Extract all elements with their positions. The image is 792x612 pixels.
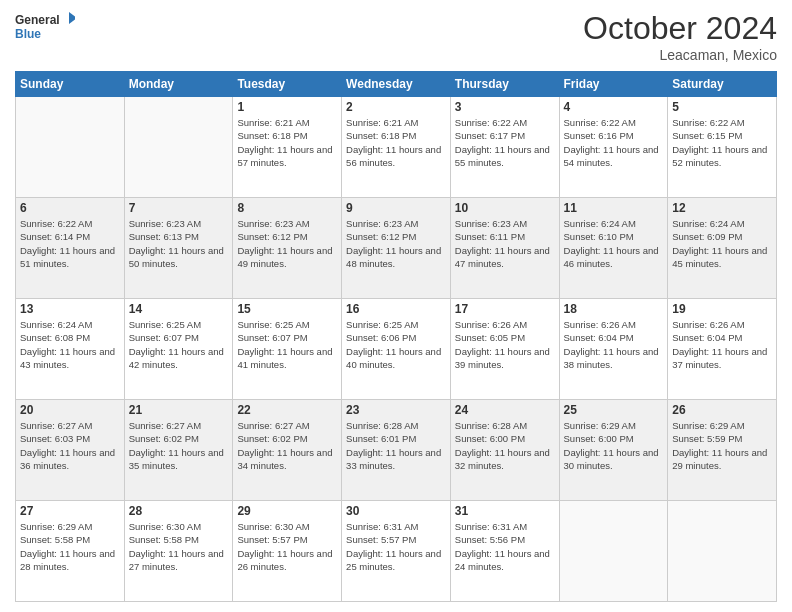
day-info: Sunrise: 6:29 AMSunset: 5:58 PMDaylight:… <box>20 520 120 573</box>
calendar-table: SundayMondayTuesdayWednesdayThursdayFrid… <box>15 71 777 602</box>
day-number: 8 <box>237 201 337 215</box>
calendar-cell <box>668 501 777 602</box>
day-number: 29 <box>237 504 337 518</box>
day-info: Sunrise: 6:25 AMSunset: 6:07 PMDaylight:… <box>237 318 337 371</box>
day-info: Sunrise: 6:29 AMSunset: 5:59 PMDaylight:… <box>672 419 772 472</box>
logo: General Blue <box>15 10 75 45</box>
calendar-week-row: 20Sunrise: 6:27 AMSunset: 6:03 PMDayligh… <box>16 400 777 501</box>
day-number: 3 <box>455 100 555 114</box>
day-header-sunday: Sunday <box>16 72 125 97</box>
day-header-thursday: Thursday <box>450 72 559 97</box>
calendar-cell: 24Sunrise: 6:28 AMSunset: 6:00 PMDayligh… <box>450 400 559 501</box>
day-info: Sunrise: 6:24 AMSunset: 6:09 PMDaylight:… <box>672 217 772 270</box>
day-info: Sunrise: 6:30 AMSunset: 5:57 PMDaylight:… <box>237 520 337 573</box>
calendar-cell: 4Sunrise: 6:22 AMSunset: 6:16 PMDaylight… <box>559 97 668 198</box>
calendar-week-row: 13Sunrise: 6:24 AMSunset: 6:08 PMDayligh… <box>16 299 777 400</box>
calendar-cell: 1Sunrise: 6:21 AMSunset: 6:18 PMDaylight… <box>233 97 342 198</box>
calendar-cell: 6Sunrise: 6:22 AMSunset: 6:14 PMDaylight… <box>16 198 125 299</box>
day-number: 22 <box>237 403 337 417</box>
day-number: 7 <box>129 201 229 215</box>
calendar-cell: 21Sunrise: 6:27 AMSunset: 6:02 PMDayligh… <box>124 400 233 501</box>
day-number: 28 <box>129 504 229 518</box>
calendar-cell: 19Sunrise: 6:26 AMSunset: 6:04 PMDayligh… <box>668 299 777 400</box>
calendar-cell: 20Sunrise: 6:27 AMSunset: 6:03 PMDayligh… <box>16 400 125 501</box>
calendar-cell: 10Sunrise: 6:23 AMSunset: 6:11 PMDayligh… <box>450 198 559 299</box>
day-info: Sunrise: 6:22 AMSunset: 6:15 PMDaylight:… <box>672 116 772 169</box>
day-number: 11 <box>564 201 664 215</box>
day-info: Sunrise: 6:22 AMSunset: 6:17 PMDaylight:… <box>455 116 555 169</box>
day-number: 9 <box>346 201 446 215</box>
calendar-cell: 28Sunrise: 6:30 AMSunset: 5:58 PMDayligh… <box>124 501 233 602</box>
day-info: Sunrise: 6:23 AMSunset: 6:12 PMDaylight:… <box>346 217 446 270</box>
day-number: 4 <box>564 100 664 114</box>
day-info: Sunrise: 6:27 AMSunset: 6:02 PMDaylight:… <box>237 419 337 472</box>
day-header-friday: Friday <box>559 72 668 97</box>
day-number: 14 <box>129 302 229 316</box>
day-info: Sunrise: 6:30 AMSunset: 5:58 PMDaylight:… <box>129 520 229 573</box>
day-info: Sunrise: 6:26 AMSunset: 6:05 PMDaylight:… <box>455 318 555 371</box>
day-number: 17 <box>455 302 555 316</box>
calendar-cell <box>124 97 233 198</box>
calendar-week-row: 6Sunrise: 6:22 AMSunset: 6:14 PMDaylight… <box>16 198 777 299</box>
calendar-cell: 22Sunrise: 6:27 AMSunset: 6:02 PMDayligh… <box>233 400 342 501</box>
day-info: Sunrise: 6:26 AMSunset: 6:04 PMDaylight:… <box>672 318 772 371</box>
calendar-cell: 3Sunrise: 6:22 AMSunset: 6:17 PMDaylight… <box>450 97 559 198</box>
day-info: Sunrise: 6:27 AMSunset: 6:03 PMDaylight:… <box>20 419 120 472</box>
calendar-cell: 7Sunrise: 6:23 AMSunset: 6:13 PMDaylight… <box>124 198 233 299</box>
day-info: Sunrise: 6:28 AMSunset: 6:00 PMDaylight:… <box>455 419 555 472</box>
location: Leacaman, Mexico <box>583 47 777 63</box>
calendar-cell: 18Sunrise: 6:26 AMSunset: 6:04 PMDayligh… <box>559 299 668 400</box>
day-info: Sunrise: 6:27 AMSunset: 6:02 PMDaylight:… <box>129 419 229 472</box>
calendar-cell: 15Sunrise: 6:25 AMSunset: 6:07 PMDayligh… <box>233 299 342 400</box>
day-number: 18 <box>564 302 664 316</box>
day-header-tuesday: Tuesday <box>233 72 342 97</box>
day-info: Sunrise: 6:24 AMSunset: 6:08 PMDaylight:… <box>20 318 120 371</box>
calendar-cell: 12Sunrise: 6:24 AMSunset: 6:09 PMDayligh… <box>668 198 777 299</box>
calendar-cell: 30Sunrise: 6:31 AMSunset: 5:57 PMDayligh… <box>342 501 451 602</box>
day-info: Sunrise: 6:22 AMSunset: 6:14 PMDaylight:… <box>20 217 120 270</box>
header: General Blue October 2024 Leacaman, Mexi… <box>15 10 777 63</box>
svg-text:General: General <box>15 13 60 27</box>
day-info: Sunrise: 6:26 AMSunset: 6:04 PMDaylight:… <box>564 318 664 371</box>
day-info: Sunrise: 6:28 AMSunset: 6:01 PMDaylight:… <box>346 419 446 472</box>
day-number: 20 <box>20 403 120 417</box>
day-info: Sunrise: 6:21 AMSunset: 6:18 PMDaylight:… <box>346 116 446 169</box>
day-info: Sunrise: 6:25 AMSunset: 6:06 PMDaylight:… <box>346 318 446 371</box>
page: General Blue October 2024 Leacaman, Mexi… <box>0 0 792 612</box>
day-number: 31 <box>455 504 555 518</box>
day-number: 21 <box>129 403 229 417</box>
calendar-cell: 17Sunrise: 6:26 AMSunset: 6:05 PMDayligh… <box>450 299 559 400</box>
day-info: Sunrise: 6:31 AMSunset: 5:57 PMDaylight:… <box>346 520 446 573</box>
day-header-wednesday: Wednesday <box>342 72 451 97</box>
day-info: Sunrise: 6:22 AMSunset: 6:16 PMDaylight:… <box>564 116 664 169</box>
calendar-cell: 25Sunrise: 6:29 AMSunset: 6:00 PMDayligh… <box>559 400 668 501</box>
day-number: 25 <box>564 403 664 417</box>
svg-text:Blue: Blue <box>15 27 41 41</box>
calendar-cell: 27Sunrise: 6:29 AMSunset: 5:58 PMDayligh… <box>16 501 125 602</box>
day-number: 5 <box>672 100 772 114</box>
calendar-cell: 8Sunrise: 6:23 AMSunset: 6:12 PMDaylight… <box>233 198 342 299</box>
day-info: Sunrise: 6:21 AMSunset: 6:18 PMDaylight:… <box>237 116 337 169</box>
calendar-cell: 26Sunrise: 6:29 AMSunset: 5:59 PMDayligh… <box>668 400 777 501</box>
day-number: 13 <box>20 302 120 316</box>
day-number: 27 <box>20 504 120 518</box>
calendar-cell: 14Sunrise: 6:25 AMSunset: 6:07 PMDayligh… <box>124 299 233 400</box>
day-number: 6 <box>20 201 120 215</box>
day-info: Sunrise: 6:24 AMSunset: 6:10 PMDaylight:… <box>564 217 664 270</box>
day-number: 23 <box>346 403 446 417</box>
day-number: 1 <box>237 100 337 114</box>
day-info: Sunrise: 6:25 AMSunset: 6:07 PMDaylight:… <box>129 318 229 371</box>
day-number: 2 <box>346 100 446 114</box>
calendar-cell: 11Sunrise: 6:24 AMSunset: 6:10 PMDayligh… <box>559 198 668 299</box>
day-number: 16 <box>346 302 446 316</box>
day-number: 19 <box>672 302 772 316</box>
svg-marker-2 <box>69 12 75 24</box>
day-info: Sunrise: 6:29 AMSunset: 6:00 PMDaylight:… <box>564 419 664 472</box>
day-number: 10 <box>455 201 555 215</box>
calendar-week-row: 27Sunrise: 6:29 AMSunset: 5:58 PMDayligh… <box>16 501 777 602</box>
day-info: Sunrise: 6:23 AMSunset: 6:13 PMDaylight:… <box>129 217 229 270</box>
calendar-cell: 31Sunrise: 6:31 AMSunset: 5:56 PMDayligh… <box>450 501 559 602</box>
calendar-cell: 29Sunrise: 6:30 AMSunset: 5:57 PMDayligh… <box>233 501 342 602</box>
day-number: 26 <box>672 403 772 417</box>
day-info: Sunrise: 6:23 AMSunset: 6:12 PMDaylight:… <box>237 217 337 270</box>
